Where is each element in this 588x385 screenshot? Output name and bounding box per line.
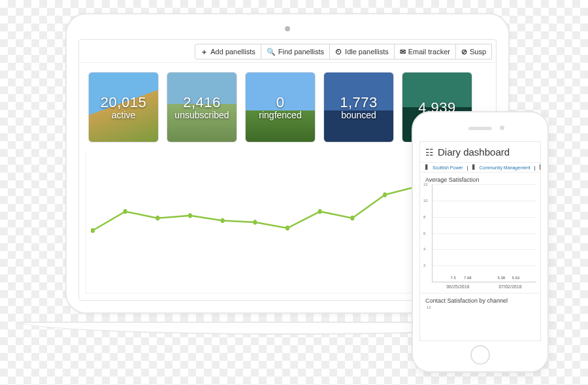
phone-frame: ☷ Diary dashboard ▋ Scottish Power | ▋ C… [412, 111, 549, 373]
phone-speaker [468, 127, 492, 130]
title-text: Diary dashboard [438, 146, 510, 158]
svg-point-5 [253, 220, 257, 225]
svg-point-8 [350, 216, 354, 221]
ytick: 10 [423, 199, 428, 203]
svg-point-0 [91, 228, 95, 233]
list-icon: ☷ [425, 147, 434, 158]
bar-value-label: 5.38 [495, 276, 508, 280]
avg-satisfaction-chart: 12 10 8 6 4 2 7.5 7.68 5.38 [432, 184, 536, 282]
ytick: 4 [423, 247, 425, 251]
ytick: 6 [423, 231, 425, 235]
laptop-camera [285, 26, 290, 31]
bar-value-label: 7.68 [461, 276, 474, 280]
page-title: ☷ Diary dashboard [420, 142, 540, 163]
section-title: Average Satisfaction [420, 173, 540, 184]
metric-label: bounced [341, 110, 376, 120]
metric-card-ringfenced[interactable]: 0 ringfenced [245, 72, 316, 142]
toolbar: ＋ Add panellists 🔍 Find panellists ⏲ Idl… [79, 40, 496, 63]
metric-card-unsubscribed[interactable]: 2,416 unsubscribed [167, 72, 237, 142]
bar-groups: 7.5 7.68 5.38 5.63 [433, 184, 536, 282]
find-panellists-button[interactable]: 🔍 Find panellists [261, 44, 330, 59]
bar-value-label: 5.63 [509, 276, 522, 280]
phone-home-button[interactable] [470, 345, 490, 365]
ytick: 12 [423, 182, 428, 186]
book-icon: ▋ [425, 165, 429, 170]
metric-card-bounced[interactable]: 1,773 bounced [323, 72, 394, 142]
button-label: Find panellists [278, 48, 324, 56]
button-label: Susp [470, 48, 486, 56]
diary-dashboard-screen: ☷ Diary dashboard ▋ Scottish Power | ▋ C… [419, 141, 541, 341]
section-title: Contact Satisfaction by channel [420, 293, 540, 305]
metric-label: unsubscribed [174, 110, 229, 120]
button-label: Add panellists [210, 48, 255, 56]
book-icon: ▋ [540, 165, 540, 170]
svg-point-6 [286, 226, 289, 231]
breadcrumb-link[interactable]: Scottish Power [433, 165, 463, 170]
x-axis-labels: 06/25/2018 07/02/2018 [432, 284, 536, 289]
metric-label: active [112, 110, 136, 120]
ytick: 8 [423, 215, 425, 219]
metric-label: ringfenced [259, 110, 301, 120]
clock-icon: ⏲ [335, 48, 342, 56]
svg-point-9 [383, 192, 387, 197]
svg-point-1 [123, 209, 127, 214]
breadcrumb-link[interactable]: Community Management [480, 165, 531, 170]
svg-point-3 [188, 213, 192, 218]
metric-value: 0 [276, 94, 285, 111]
phone-camera [500, 126, 504, 130]
xlabel: 06/25/2018 [446, 284, 469, 289]
svg-point-2 [155, 216, 159, 221]
metric-card-active[interactable]: 20,015 active [88, 72, 159, 142]
breadcrumb: ▋ Scottish Power | ▋ Community Managemen… [420, 163, 540, 173]
metric-value: 1,773 [340, 94, 378, 111]
button-label: Email tracker [408, 48, 450, 56]
search-icon: 🔍 [267, 48, 276, 56]
idle-panellists-button[interactable]: ⏲ Idle panellists [329, 44, 395, 59]
bar-value-label: 7.5 [447, 276, 460, 280]
metric-value: 20,015 [101, 94, 146, 111]
xlabel: 07/02/2018 [498, 284, 521, 289]
svg-point-4 [221, 218, 225, 224]
plus-icon: ＋ [201, 48, 208, 56]
email-tracker-button[interactable]: ✉ Email tracker [394, 44, 456, 59]
button-label: Idle panellists [345, 48, 389, 56]
ban-icon: ⊘ [461, 48, 467, 56]
suspend-button[interactable]: ⊘ Susp [455, 44, 492, 59]
svg-point-7 [318, 209, 322, 214]
metric-value: 2,416 [183, 94, 221, 111]
ytick: 12 [420, 305, 540, 309]
add-panellists-button[interactable]: ＋ Add panellists [195, 44, 261, 59]
book-icon: ▋ [472, 165, 476, 170]
ytick: 2 [423, 263, 425, 267]
envelope-icon: ✉ [400, 48, 406, 56]
